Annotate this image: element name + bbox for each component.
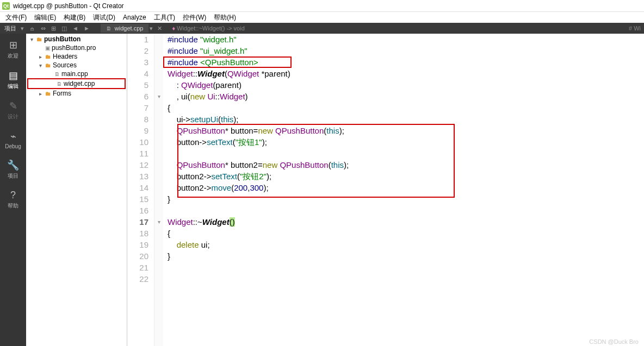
welcome-icon: ⊞ (9, 39, 17, 51)
sidebar-item-debug[interactable]: ⌁Debug (5, 130, 21, 149)
menu-analyze[interactable]: Analyze (120, 12, 150, 22)
tree-main-cpp[interactable]: 🗎main.cpp (26, 70, 127, 78)
sidebar-item-projects[interactable]: 🔧项目 (7, 159, 19, 180)
menu-edit[interactable]: 编辑(E) (31, 12, 59, 23)
menu-help[interactable]: 帮助(H) (210, 12, 239, 23)
tree-widget-cpp[interactable]: 🗎widget.cpp (27, 78, 126, 89)
breadcrumb[interactable]: ♦ Widget::~Widget() -> void (172, 25, 244, 32)
code-editor[interactable]: 12345678910111213141516171819202122 ▾▾ #… (127, 34, 644, 346)
cpp-file-icon: 🗎 (57, 81, 62, 87)
debug-icon: ⌁ (10, 130, 16, 142)
tab-filename: widget.cpp (115, 25, 144, 32)
watermark: CSDN @Duck Bro (589, 338, 639, 345)
folder-icon: 🖿 (45, 53, 51, 60)
project-selector-label[interactable]: 项目 (4, 24, 16, 33)
tree-pro-file[interactable]: ▣pushButton.pro (26, 43, 127, 52)
window-title: widget.cpp @ pushButton - Qt Creator (13, 2, 124, 10)
tree-root[interactable]: ▾🖿pushButton (26, 35, 127, 43)
project-tree-panel: ▾🖿pushButton ▣pushButton.pro ▸🖿Headers ▾… (26, 34, 127, 346)
mode-sidebar: ⊞欢迎 ▤编辑 ✎设计 ⌁Debug 🔧项目 ?帮助 (0, 34, 26, 346)
link-icon[interactable]: ⇔ (40, 25, 47, 32)
menu-tools[interactable]: 工具(T) (151, 12, 178, 23)
filter-icon[interactable]: 🜁 (28, 25, 36, 32)
editor-tab[interactable]: 🗎 widget.cpp (101, 24, 149, 33)
folder-icon: 🖿 (36, 36, 42, 42)
sidebar-item-design[interactable]: ✎设计 (8, 100, 18, 121)
menu-bar: 文件(F) 编辑(E) 构建(B) 调试(D) Analyze 工具(T) 控件… (0, 12, 644, 23)
projects-icon: 🔧 (7, 159, 19, 171)
tab-close-icon[interactable]: ✕ (154, 25, 165, 32)
app-icon: Qt (2, 2, 10, 10)
tree-headers[interactable]: ▸🖿Headers (26, 52, 127, 61)
menu-debug[interactable]: 调试(D) (90, 12, 119, 23)
split-icon[interactable]: ◫ (60, 25, 68, 32)
design-icon: ✎ (9, 100, 17, 112)
code-body[interactable]: #include "widget.h" #include "ui_widget.… (163, 34, 644, 346)
nav-fwd-icon[interactable]: ► (83, 25, 91, 32)
toolbar-right-text: # Wi (629, 25, 644, 32)
dropdown-icon[interactable]: ▾ (20, 25, 25, 32)
folder-icon: 🖿 (45, 90, 51, 97)
fold-column[interactable]: ▾▾ (154, 34, 163, 346)
sidebar-item-edit[interactable]: ▤编辑 (8, 70, 18, 90)
tree-sources[interactable]: ▾🖿Sources (26, 61, 127, 70)
menu-control[interactable]: 控件(W) (179, 12, 209, 23)
nav-back-icon[interactable]: ◄ (71, 25, 79, 32)
cpp-file-icon: 🗎 (54, 71, 60, 77)
sidebar-item-help[interactable]: ?帮助 (8, 190, 18, 210)
tab-dropdown-icon[interactable]: ▾ (148, 25, 154, 32)
menu-file[interactable]: 文件(F) (2, 12, 30, 23)
line-gutter: 12345678910111213141516171819202122 (127, 34, 154, 346)
menu-build[interactable]: 构建(B) (60, 12, 89, 23)
title-bar: Qt widget.cpp @ pushButton - Qt Creator (0, 0, 644, 12)
tree-forms[interactable]: ▸🖿Forms (26, 89, 127, 98)
add-icon[interactable]: ⊞ (50, 25, 57, 32)
project-file-icon: ▣ (45, 45, 50, 51)
sidebar-item-welcome[interactable]: ⊞欢迎 (8, 39, 18, 60)
document-icon: 🗎 (106, 26, 112, 32)
edit-icon: ▤ (9, 70, 18, 81)
help-icon: ? (10, 190, 16, 201)
folder-icon: 🖿 (45, 62, 51, 68)
top-toolbar: 项目 ▾ 🜁 ⇔ ⊞ ◫ ◄ ► 🗎 widget.cpp ▾ ✕ ♦ Widg… (0, 23, 644, 34)
